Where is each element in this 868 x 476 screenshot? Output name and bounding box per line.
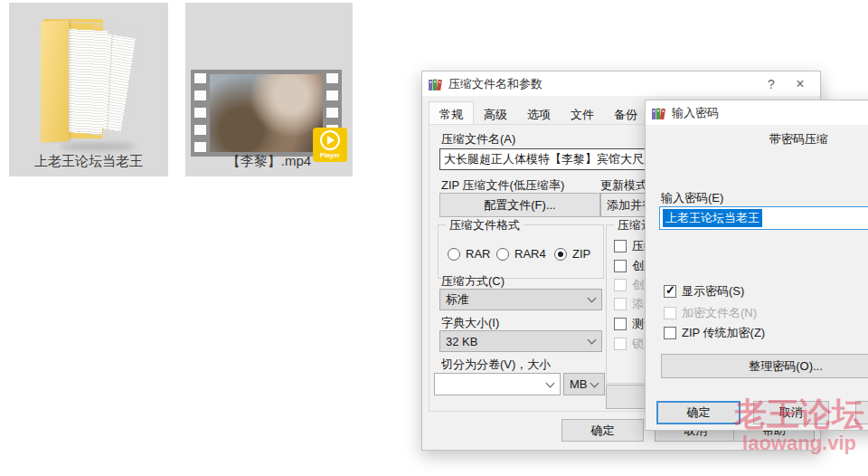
winrar-icon <box>428 77 442 91</box>
archive-dialog-title: 压缩文件名和参数 <box>448 76 757 92</box>
password-dialog-titlebar[interactable]: 输入密码 <box>646 100 868 125</box>
password-cancel-button[interactable]: 取消 <box>753 401 829 424</box>
password-input-label: 输入密码(E) <box>661 190 723 206</box>
archive-dialog-titlebar[interactable]: 压缩文件名和参数 ? × <box>422 71 820 96</box>
folder-name-label: 上老王论坛当老王 <box>9 153 168 170</box>
folder-front-flap <box>41 20 69 143</box>
split-unit-select[interactable]: MB <box>563 373 605 395</box>
password-caption: 带密码压缩 <box>769 131 828 148</box>
video-name-label: 【李黎】.mp4 <box>185 153 353 170</box>
video-thumbnail: Player <box>191 70 342 157</box>
tab-general[interactable]: 常规 <box>429 101 474 127</box>
password-ok-button[interactable]: 确定 <box>656 401 741 424</box>
radio-zip-icon <box>554 248 567 261</box>
checkbox-icon <box>614 298 627 310</box>
checkbox-icon <box>614 338 627 350</box>
folder-icon <box>36 14 141 151</box>
archive-format-group-label: 压缩文件格式 <box>446 217 524 233</box>
compression-method-label: 压缩方式(C) <box>441 273 505 290</box>
dictionary-size-select[interactable]: 32 KB <box>439 330 602 352</box>
checkbox-icon <box>664 307 676 319</box>
split-volumes-label: 切分为分卷(V)，大小 <box>441 357 551 373</box>
radio-zip[interactable]: ZIP <box>554 247 590 261</box>
play-icon <box>320 130 340 150</box>
dictionary-size-label: 字典大小(I) <box>441 315 499 331</box>
desktop: 上老王论坛当老王 Player 【李黎】.mp4 <box>0 0 868 476</box>
archive-ok-button[interactable]: 确定 <box>561 419 644 442</box>
checkbox-icon <box>614 240 627 252</box>
checkbox-checked-icon <box>664 285 676 298</box>
radio-rar4[interactable]: RAR4 <box>496 247 546 261</box>
close-icon[interactable]: × <box>786 76 815 92</box>
profile-caption: ZIP 压缩文件(低压缩率) <box>441 177 564 194</box>
checkbox-icon <box>614 260 627 272</box>
video-desktop-item[interactable]: Player 【李黎】.mp4 <box>185 3 353 176</box>
password-dialog-title: 输入密码 <box>672 105 868 121</box>
archive-name-label: 压缩文件名(A) <box>441 131 515 148</box>
radio-rar-icon <box>448 248 460 261</box>
checkbox-icon <box>614 318 627 330</box>
password-dialog: 输入密码 带密码压缩 输入密码(E) 上老王论坛当老王 显示密码(S) 加密文件… <box>645 100 868 431</box>
split-volume-combo[interactable] <box>434 373 561 395</box>
archive-format-group: 压缩文件格式 RAR RAR4 ZIP <box>438 224 604 279</box>
radio-rar[interactable]: RAR <box>448 247 490 261</box>
folder-desktop-item[interactable]: 上老王论坛当老王 <box>9 3 168 176</box>
winrar-icon <box>651 106 665 120</box>
password-input[interactable]: 上老王论坛当老王 <box>659 206 868 230</box>
password-help-button[interactable]: 帮助 <box>855 401 868 424</box>
encrypt-names-checkbox: 加密文件名(N) <box>664 305 757 321</box>
radio-rar4-icon <box>496 248 509 261</box>
organize-passwords-button[interactable]: 整理密码(O)... <box>661 354 868 378</box>
zip-legacy-checkbox[interactable]: ZIP 传统加密(Z) <box>664 325 765 341</box>
folder-shadow <box>60 142 136 151</box>
password-selected-text: 上老王论坛当老王 <box>663 209 762 227</box>
checkbox-icon <box>664 327 676 339</box>
checkbox-icon <box>614 279 627 291</box>
video-preview-image <box>210 74 323 152</box>
dialog-help-icon[interactable]: ? <box>757 77 786 91</box>
profiles-button[interactable]: 配置文件(F)... <box>439 193 600 217</box>
compression-method-select[interactable]: 标准 <box>439 289 602 310</box>
show-password-checkbox[interactable]: 显示密码(S) <box>664 283 744 300</box>
filmstrip-holes-icon <box>194 73 206 153</box>
